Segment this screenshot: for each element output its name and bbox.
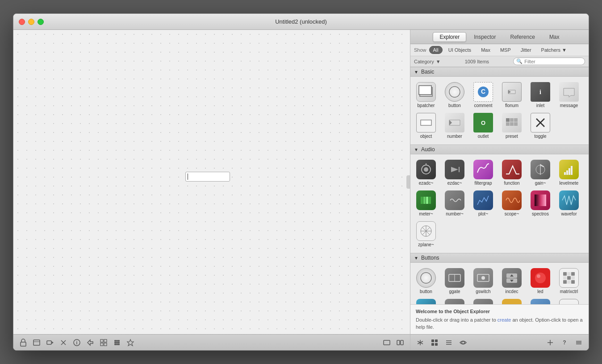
panel-resize-handle[interactable]	[406, 175, 410, 189]
obj-ezdac[interactable]: ezdac~	[441, 158, 468, 188]
obj-pictctrl[interactable]: pictctrl	[412, 297, 440, 304]
obj-gain-label: gain~	[535, 181, 546, 186]
tool-plus[interactable]	[544, 336, 556, 349]
obj-preset[interactable]: preset	[498, 111, 526, 141]
obj-tab[interactable]: Tab tab	[498, 297, 526, 304]
obj-flonum[interactable]: flonum	[498, 80, 526, 110]
tool-cross[interactable]	[57, 336, 70, 349]
tool-split[interactable]	[394, 336, 406, 349]
tool-expand[interactable]	[380, 336, 393, 349]
obj-comment[interactable]: C comment	[469, 80, 497, 110]
search-input[interactable]	[524, 59, 582, 64]
filter-all[interactable]: All	[429, 46, 443, 54]
filter-patchers[interactable]: Patchers ▼	[537, 46, 571, 54]
obj-outlet[interactable]: O outlet	[469, 111, 497, 141]
section-basic-header[interactable]: ▼ Basic	[410, 67, 589, 77]
tool-lock[interactable]	[17, 336, 29, 349]
svg-rect-14	[510, 118, 514, 122]
obj-pictctrl-icon	[416, 299, 436, 304]
obj-object[interactable]: object	[412, 111, 440, 141]
titlebar: Untitled2 (unlocked)	[13, 14, 589, 30]
obj-filtergraph-icon	[473, 160, 493, 179]
tool-asterisk[interactable]	[414, 336, 426, 349]
minimize-button[interactable]	[28, 19, 34, 25]
search-box[interactable]: 🔍	[513, 58, 585, 65]
svg-rect-37	[429, 197, 431, 204]
canvas-area[interactable]	[13, 30, 410, 334]
obj-incdec[interactable]: incdec	[498, 266, 526, 296]
svg-rect-88	[104, 343, 107, 346]
tool-tag[interactable]	[44, 336, 56, 349]
obj-numbertilde[interactable]: number~	[441, 189, 468, 219]
tab-reference[interactable]: Reference	[504, 32, 542, 42]
filter-msp[interactable]: MSP	[496, 46, 515, 54]
obj-waveform[interactable]: wavefor	[555, 189, 583, 219]
filter-ui-objects[interactable]: UI Objects	[444, 46, 475, 54]
tool-star[interactable]	[124, 336, 137, 349]
audio-objects-grid: ezadc~ ezdac~ filtergrap	[410, 154, 589, 253]
svg-rect-33	[571, 166, 573, 175]
obj-zplane[interactable]: zplane~	[412, 219, 440, 249]
obj-plot[interactable]: plot~	[469, 189, 497, 219]
obj-ggate[interactable]: ggate	[441, 266, 468, 296]
section-audio-header[interactable]: ▼ Audio	[410, 145, 589, 154]
obj-toggle-basic[interactable]: toggle	[527, 111, 554, 141]
right-panel: Explorer Inspector Reference Max Show Al…	[410, 30, 589, 334]
obj-number[interactable]: number	[441, 111, 468, 141]
obj-gswitch[interactable]: gswitch	[469, 266, 497, 296]
obj-filtergraph[interactable]: filtergrap	[469, 158, 497, 188]
obj-function[interactable]: function	[498, 158, 526, 188]
obj-scope[interactable]: scope~	[498, 189, 526, 219]
obj-bpatcher[interactable]: bpatcher	[412, 80, 440, 110]
obj-message[interactable]: message	[555, 80, 583, 110]
filter-jitter[interactable]: Jitter	[517, 46, 535, 54]
tool-apps[interactable]	[111, 336, 123, 349]
obj-led[interactable]: led	[527, 266, 554, 296]
obj-matrixctrl[interactable]: matrixctrl	[555, 266, 583, 296]
tool-eye[interactable]	[457, 336, 469, 349]
tool-grid[interactable]	[97, 336, 110, 349]
tool-info[interactable]: i	[71, 336, 83, 349]
obj-toggle-buttons[interactable]: toggle	[555, 297, 583, 304]
obj-ezadc[interactable]: ezadc~	[412, 158, 440, 188]
tab-inspector[interactable]: Inspector	[467, 32, 502, 42]
obj-bpatcher-label: bpatcher	[418, 103, 435, 108]
obj-gain[interactable]: gain~	[527, 158, 554, 188]
obj-incdec-label: incdec	[506, 289, 518, 294]
obj-object-icon	[416, 113, 436, 132]
tool-list[interactable]	[443, 336, 455, 349]
filter-max[interactable]: Max	[477, 46, 494, 54]
obj-plot-label: plot~	[478, 211, 488, 217]
obj-matrixctrl-icon	[559, 268, 579, 288]
svg-text:C: C	[481, 88, 485, 95]
obj-playbar[interactable]: playbar	[441, 297, 468, 304]
obj-button-buttons-icon	[416, 268, 436, 288]
tool-arrow[interactable]	[84, 336, 96, 349]
tool-menu[interactable]	[573, 336, 585, 349]
tool-window[interactable]	[30, 336, 43, 349]
canvas-object-input[interactable]	[185, 172, 230, 182]
tab-max[interactable]: Max	[543, 32, 566, 42]
obj-number-icon	[445, 113, 464, 132]
section-buttons-header[interactable]: ▼ Buttons	[410, 253, 589, 263]
info-link-create[interactable]: create	[497, 317, 511, 323]
obj-textbutton-icon: T	[531, 299, 550, 304]
main-window: Untitled2 (unlocked) Explorer Inspector …	[13, 13, 589, 351]
maximize-button[interactable]	[38, 19, 44, 25]
obj-spectros[interactable]: spectros	[527, 189, 554, 219]
obj-button-buttons[interactable]: button	[412, 266, 440, 296]
tool-question[interactable]: ?	[558, 336, 571, 349]
tool-grid4[interactable]	[428, 336, 441, 349]
svg-rect-38	[535, 194, 546, 206]
svg-rect-34	[421, 197, 423, 204]
obj-radiogroup[interactable]: radiogro	[469, 297, 497, 304]
obj-inlet[interactable]: i inlet	[527, 80, 554, 110]
basic-objects-grid: bpatcher button C comment	[410, 77, 589, 145]
svg-text:i: i	[539, 89, 541, 95]
obj-textbutton[interactable]: T textbutto	[527, 297, 554, 304]
obj-levelmeter[interactable]: levelmete	[555, 158, 583, 188]
obj-button-basic[interactable]: button	[441, 80, 468, 110]
close-button[interactable]	[19, 19, 25, 25]
obj-meter[interactable]: meter~	[412, 189, 440, 219]
tab-explorer[interactable]: Explorer	[433, 32, 466, 42]
